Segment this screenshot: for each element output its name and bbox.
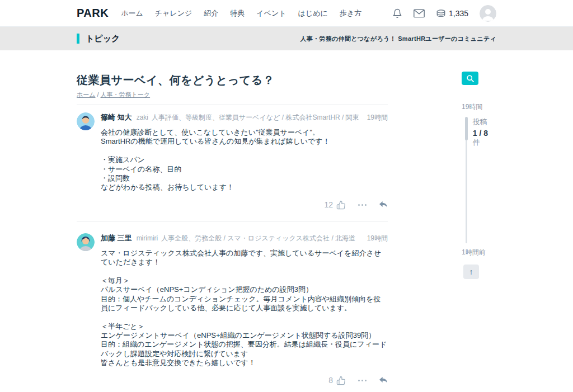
more-options-icon[interactable] (358, 204, 367, 206)
post-author-avatar[interactable] (77, 112, 95, 130)
more-options-icon[interactable] (358, 380, 367, 381)
timeline-end-time: 1時間前 (462, 248, 486, 257)
community-tagline: 人事・労務の仲間とつながろう！ SmartHRユーザーのコミュニティ (300, 35, 496, 43)
breadcrumb-separator: / (97, 91, 99, 98)
like-count: 12 (324, 200, 333, 209)
breadcrumb: ホーム/人事・労務トーク (77, 91, 388, 105)
points-counter[interactable]: 1,335 (436, 9, 468, 18)
thumbs-up-icon (336, 376, 346, 385)
search-button[interactable] (462, 72, 478, 85)
thumbs-up-icon (336, 200, 346, 210)
bell-icon[interactable] (392, 8, 402, 18)
breadcrumb-category-link[interactable]: 人事・労務トーク (101, 91, 151, 98)
post-timestamp: 19時間 (361, 113, 388, 122)
like-button[interactable]: 8 (328, 376, 346, 385)
post-timestamp: 19時間 (361, 234, 388, 243)
reply-icon[interactable] (379, 201, 388, 209)
post-author-name[interactable]: 加藤 三里 (101, 233, 132, 243)
post-author-meta: 人事全般、労務全般 / スマ・ロジスティックス株式会社 / 北海道 (161, 234, 355, 243)
like-button[interactable]: 12 (324, 200, 346, 210)
page-title: 従業員サーベイ、何をどうとってる？ (77, 73, 388, 88)
timeline-scrubber[interactable] (465, 117, 468, 140)
like-count: 8 (328, 376, 333, 385)
post-item: 篠崎 知大 zaki 人事評価、等級制度、従業員サーベイなど / 株式会社Sma… (77, 105, 388, 221)
arrow-up-icon: ↑ (469, 267, 473, 276)
search-icon (466, 74, 475, 83)
timeline-track[interactable] (466, 117, 467, 243)
post-author-handle: zaki (137, 114, 148, 121)
topic-content: 従業員サーベイ、何をどうとってる？ ホーム/人事・労務トーク 篠崎 知大 zak… (77, 50, 388, 392)
post-author-name[interactable]: 篠崎 知大 (101, 112, 132, 122)
post-body: スマ・ロジスティックス株式会社人事の加藤です、実施しているサーベイを紹介させてい… (101, 249, 388, 368)
post-author-avatar[interactable] (77, 233, 95, 251)
topic-subheader: トピック 人事・労務の仲間とつながろう！ SmartHRユーザーのコミュニティ (0, 27, 573, 50)
scroll-to-top-button[interactable]: ↑ (463, 265, 479, 279)
timeline-start-time: 19時間 (462, 102, 482, 112)
nav-item-benefits[interactable]: 特典 (230, 8, 245, 18)
nav-item-getting-started[interactable]: はじめに (298, 8, 328, 18)
nav-item-events[interactable]: イベント (256, 8, 286, 18)
section-title: トピック (86, 34, 120, 44)
nav-item-guide[interactable]: 歩き方 (340, 8, 361, 18)
coins-icon (436, 9, 446, 17)
breadcrumb-home-link[interactable]: ホーム (77, 91, 96, 98)
points-value: 1,335 (449, 9, 468, 18)
post-count-label: 投稿 (473, 117, 496, 127)
post-count-value: 1 / 8 件 (473, 129, 496, 148)
post-author-handle: mirimiri (137, 234, 158, 242)
main-nav: ホーム チャレンジ 紹介 特典 イベント はじめに 歩き方 (121, 8, 361, 18)
accent-bar (77, 34, 79, 44)
nav-item-challenge[interactable]: チャレンジ (155, 8, 192, 18)
mail-icon[interactable] (414, 9, 425, 18)
park-logo[interactable]: PARK (77, 7, 109, 20)
nav-item-intro[interactable]: 紹介 (204, 8, 218, 18)
post-author-meta: 人事評価、等級制度、従業員サーベイなど / 株式会社SmartHR / 関東 (152, 113, 359, 122)
post-body: 会社の健康診断として、使いこなしていきたい"従業員サーベイ"。 SmartHRの… (101, 128, 388, 192)
right-rail: 19時間 投稿 1 / 8 件 1時間前 ↑ (462, 50, 496, 279)
timeline: 投稿 1 / 8 件 (462, 117, 496, 243)
user-avatar[interactable] (480, 5, 496, 22)
nav-item-home[interactable]: ホーム (121, 8, 143, 18)
reply-icon[interactable] (379, 376, 388, 384)
post-count-unit: 件 (473, 138, 480, 147)
post-item: 加藤 三里 mirimiri 人事全般、労務全般 / スマ・ロジスティックス株式… (77, 221, 388, 392)
top-navigation-bar: PARK ホーム チャレンジ 紹介 特典 イベント はじめに 歩き方 (0, 0, 573, 27)
